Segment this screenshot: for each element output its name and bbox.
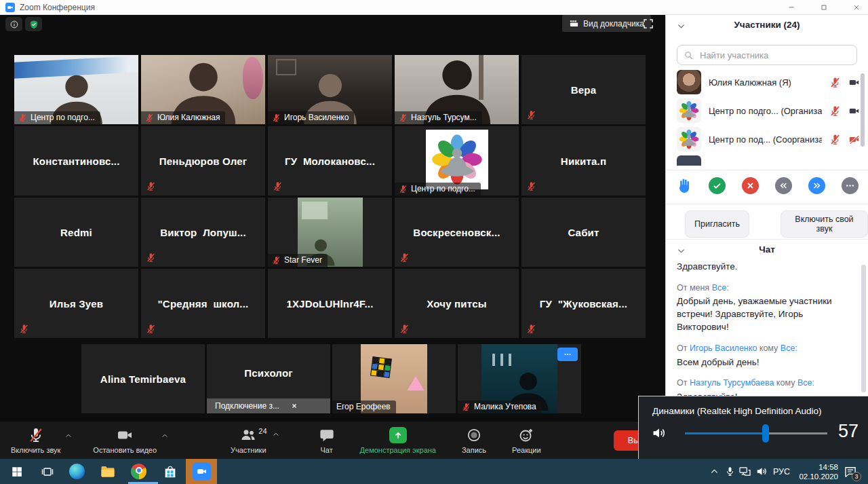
speaker-view-button[interactable]: Вид докладчика — [562, 15, 651, 32]
video-tile[interactable]: Alina Temirbaeva — [81, 344, 205, 413]
start-button[interactable] — [8, 463, 25, 480]
video-tile[interactable]: Воскресеновск... — [395, 198, 519, 267]
participants-chevron[interactable] — [272, 430, 280, 439]
window-titlebar: Zoom Конференция — [0, 0, 868, 15]
video-tile[interactable]: Центр по подго... — [14, 55, 138, 124]
video-tile[interactable]: Redmi — [14, 198, 138, 267]
chrome-icon[interactable] — [130, 463, 147, 480]
meeting-info-button[interactable] — [5, 17, 22, 31]
taskbar-clock[interactable]: 14:58 02.10.2020 — [793, 462, 838, 482]
tile-more-button[interactable] — [557, 348, 578, 361]
video-tile[interactable]: Константиновс... — [14, 126, 138, 196]
video-tile[interactable]: Виктор Лопуш... — [141, 198, 265, 267]
camera-on-icon[interactable] — [848, 105, 860, 117]
video-tile[interactable]: Вера — [521, 55, 646, 124]
fullscreen-button[interactable] — [640, 16, 656, 31]
chat-message: Здравствуйте. — [677, 261, 852, 274]
participant-row[interactable]: Юлия Калюжная (Я) — [666, 68, 868, 96]
yes-icon[interactable] — [709, 177, 726, 194]
participant-row[interactable]: Центр по под... (Соорганизатор) — [666, 125, 868, 153]
video-tile[interactable]: Назгуль Турсум... — [395, 55, 519, 124]
video-options-chevron[interactable] — [161, 432, 169, 440]
reactions-button[interactable]: Реакции — [509, 427, 544, 454]
volume-value: 57 — [838, 421, 859, 442]
panel-buttons: Пригласить Включить свой звук — [685, 210, 868, 238]
chat-button[interactable]: Чат — [317, 427, 337, 454]
participants-scrollbar[interactable] — [861, 73, 865, 147]
video-tile[interactable]: Никита.п — [521, 126, 646, 196]
encryption-shield-icon[interactable] — [25, 17, 42, 31]
participant-name-label: Центр по подго... — [14, 111, 100, 124]
video-tile[interactable]: Психолог Подключение з... — [207, 344, 330, 413]
unmute-audio-button[interactable]: Включить звук — [8, 427, 73, 454]
video-tile[interactable]: ГУ "Жуковская... — [521, 269, 646, 338]
record-button[interactable]: Запись — [459, 427, 489, 454]
video-tile[interactable]: Пеньдюров Олег — [141, 126, 265, 196]
no-icon[interactable] — [742, 177, 759, 194]
tray-volume-icon[interactable] — [755, 459, 768, 484]
stop-video-button[interactable]: Остановить видео — [90, 427, 169, 454]
tray-network-icon[interactable] — [738, 459, 751, 484]
muted-mic-icon[interactable] — [829, 105, 841, 117]
video-tile[interactable]: 1XJDoLUHlnr4F... — [268, 269, 392, 338]
file-explorer-icon[interactable] — [99, 463, 116, 480]
raise-hand-icon[interactable] — [675, 177, 692, 194]
video-tile[interactable]: Центр по подго... — [395, 126, 519, 196]
muted-mic-icon[interactable] — [829, 77, 841, 88]
divider — [666, 204, 868, 204]
maximize-button[interactable] — [814, 0, 834, 14]
video-tile[interactable]: "Средняя школ... — [141, 269, 265, 338]
store-icon[interactable] — [161, 463, 178, 480]
video-tile[interactable]: ГУ Молокановс... — [268, 126, 392, 196]
unmute-self-button[interactable]: Включить свой звук — [781, 210, 868, 238]
video-tile[interactable]: Хочу питсы — [395, 269, 519, 338]
video-tile[interactable]: Малика Утепова — [458, 344, 581, 413]
audio-options-chevron[interactable] — [64, 432, 73, 440]
minimize-button[interactable] — [781, 0, 802, 14]
video-tile[interactable]: Игорь Василенко — [268, 55, 392, 124]
participant-row[interactable] — [666, 153, 868, 166]
video-tile[interactable]: Юлия Калюжная — [141, 55, 265, 124]
close-icon[interactable] — [290, 402, 298, 410]
muted-mic-icon — [462, 403, 471, 411]
volume-slider-track[interactable] — [685, 432, 827, 434]
zoom-taskbar-icon — [193, 462, 211, 481]
muted-mic-icon — [526, 324, 536, 334]
divider — [666, 170, 868, 170]
video-tile[interactable]: Егор Ерофеев — [332, 344, 456, 413]
speaker-icon[interactable] — [651, 425, 667, 441]
video-tile[interactable]: Илья Зуев — [14, 269, 138, 338]
muted-mic-icon — [399, 185, 408, 193]
video-grid: Центр по подго... Юлия Калюжная Игорь Ва… — [14, 55, 646, 338]
participant-search-box[interactable] — [677, 45, 857, 65]
video-tile[interactable]: Star Fever — [268, 198, 392, 267]
tray-mic-icon[interactable] — [724, 459, 736, 484]
go-faster-icon[interactable] — [808, 177, 825, 194]
window-title: Zoom Конференция — [20, 3, 95, 12]
share-screen-button[interactable]: Демонстрация экрана — [357, 427, 439, 454]
more-feedback-icon[interactable] — [842, 177, 859, 194]
participant-name: Redmi — [14, 198, 138, 267]
go-slower-icon[interactable] — [775, 177, 792, 194]
close-button[interactable] — [846, 0, 867, 14]
edge-icon[interactable] — [68, 463, 85, 480]
participant-row[interactable]: Центр по подго... (Организатор) — [666, 96, 868, 125]
camera-on-icon[interactable] — [848, 77, 860, 88]
meeting-area: Вид докладчика Центр по подго... Юлия Ка… — [0, 15, 665, 459]
participants-button[interactable]: 24 Участники — [228, 427, 296, 454]
zoom-taskbar-highlight[interactable] — [186, 459, 217, 484]
video-tile[interactable]: Сабит — [521, 198, 646, 267]
task-view-icon[interactable] — [39, 463, 56, 480]
chat-scrollbar[interactable] — [861, 265, 866, 392]
volume-slider-thumb[interactable] — [762, 424, 769, 443]
muted-mic-icon[interactable] — [829, 134, 841, 145]
participant-name: Психолог — [207, 344, 330, 401]
avatar — [677, 70, 701, 94]
search-input[interactable] — [698, 50, 850, 61]
record-icon — [466, 427, 482, 443]
participant-name-label: Юлия Калюжная — [141, 111, 225, 124]
camera-off-icon[interactable] — [848, 134, 860, 145]
language-indicator[interactable]: РУС — [773, 459, 790, 484]
tray-expand-chevron[interactable] — [709, 459, 719, 484]
invite-button[interactable]: Пригласить — [685, 210, 749, 238]
